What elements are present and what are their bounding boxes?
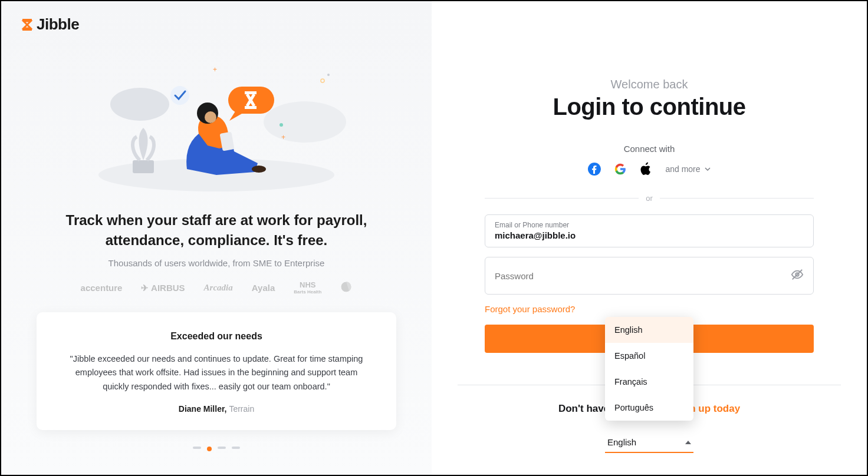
svg-point-13 <box>252 166 266 173</box>
carousel-dot[interactable] <box>232 447 240 449</box>
login-title: Login to continue <box>553 94 746 120</box>
testimonial-title: Exceeded our needs <box>66 331 367 342</box>
svg-point-11 <box>205 111 216 123</box>
svg-rect-5 <box>133 160 154 173</box>
client-logo: ✈ AIRBUS <box>141 283 185 293</box>
svg-point-4 <box>264 101 346 143</box>
language-select[interactable]: English <box>605 432 693 453</box>
client-logos: accenture ✈ AIRBUS Arcadia Ayala NHSBart… <box>37 281 396 295</box>
testimonial-card: Exceeded our needs "Jibble exceeded our … <box>37 312 396 430</box>
svg-rect-9 <box>245 106 257 109</box>
language-option[interactable]: Français <box>605 369 693 395</box>
more-providers[interactable]: and more <box>665 164 711 174</box>
forgot-password-link[interactable]: Forgot your password? <box>485 304 814 314</box>
svg-text:+: + <box>213 65 217 74</box>
testimonial-body: "Jibble exceeded our needs and continues… <box>66 352 367 394</box>
carousel-dots[interactable] <box>37 447 396 451</box>
facebook-icon[interactable] <box>587 162 601 176</box>
brand-name: Jibble <box>37 15 79 34</box>
client-logo: Ayala <box>252 283 275 293</box>
email-label: Email or Phone number <box>495 221 804 229</box>
google-icon[interactable] <box>613 162 627 176</box>
svg-point-3 <box>110 88 169 121</box>
password-field[interactable] <box>485 257 814 295</box>
client-logo: Arcadia <box>204 283 233 293</box>
svg-text:+: + <box>281 133 285 141</box>
carousel-dot[interactable] <box>218 447 226 449</box>
chevron-down-icon <box>704 166 711 173</box>
marketing-panel: Jibble <box>1 1 432 475</box>
client-logo: accenture <box>81 283 123 293</box>
client-logo <box>340 281 352 295</box>
headline: Track when your staff are at work for pa… <box>37 210 396 250</box>
eye-off-icon[interactable] <box>791 268 804 283</box>
hero-illustration: + + <box>81 57 352 193</box>
svg-point-18 <box>327 74 330 76</box>
language-option[interactable]: English <box>605 317 693 343</box>
email-field[interactable]: Email or Phone number <box>485 214 814 247</box>
or-divider: or <box>485 194 814 203</box>
brand-logo: Jibble <box>20 15 396 34</box>
social-login-row: and more <box>587 162 711 176</box>
client-logo: NHSBarts Health <box>294 281 321 295</box>
svg-point-6 <box>170 86 189 105</box>
welcome-text: Welcome back <box>611 78 688 91</box>
carousel-dot[interactable] <box>193 447 201 449</box>
svg-rect-8 <box>245 91 257 94</box>
language-option[interactable]: Português <box>605 395 693 421</box>
testimonial-author: Diane Miller, Terrain <box>66 404 367 414</box>
login-panel: Welcome back Login to continue Connect w… <box>432 1 867 475</box>
language-selected: English <box>607 437 636 447</box>
email-input[interactable] <box>495 230 804 240</box>
language-popup: English Español Français Português <box>605 317 693 421</box>
connect-label: Connect with <box>624 144 675 154</box>
caret-up-icon <box>685 441 691 444</box>
language-option[interactable]: Español <box>605 343 693 369</box>
svg-point-14 <box>280 123 283 127</box>
password-input[interactable] <box>495 271 791 281</box>
carousel-dot[interactable] <box>207 447 212 451</box>
subheadline: Thousands of users worldwide, from SME t… <box>37 258 396 268</box>
svg-point-17 <box>321 79 324 82</box>
apple-icon[interactable] <box>639 162 653 176</box>
hourglass-icon <box>20 18 34 32</box>
